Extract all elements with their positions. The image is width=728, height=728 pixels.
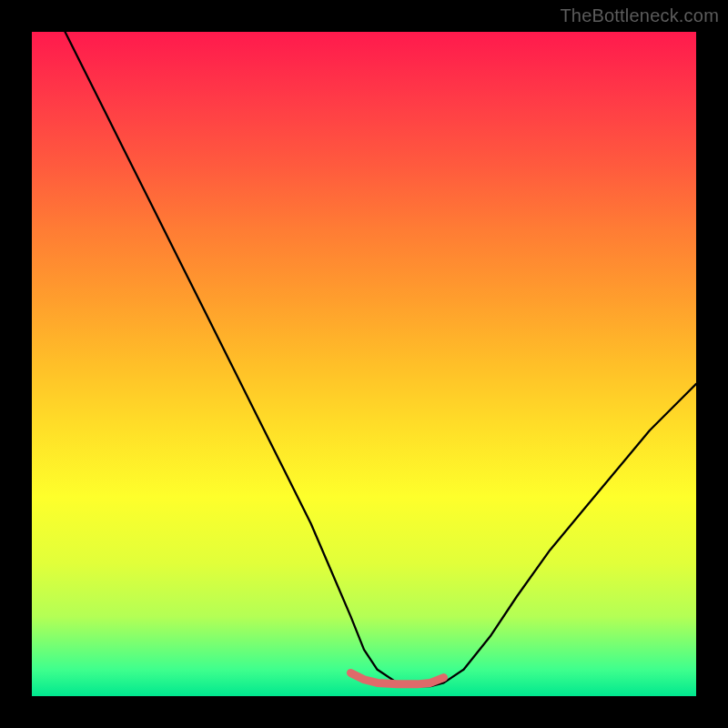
chart-svg bbox=[32, 32, 696, 696]
watermark-text: TheBottleneck.com bbox=[560, 5, 719, 26]
chart-frame: TheBottleneck.com bbox=[0, 0, 728, 728]
bottleneck-curve bbox=[66, 32, 697, 686]
min-plateau-marker bbox=[350, 672, 443, 683]
plot-area bbox=[32, 32, 696, 696]
